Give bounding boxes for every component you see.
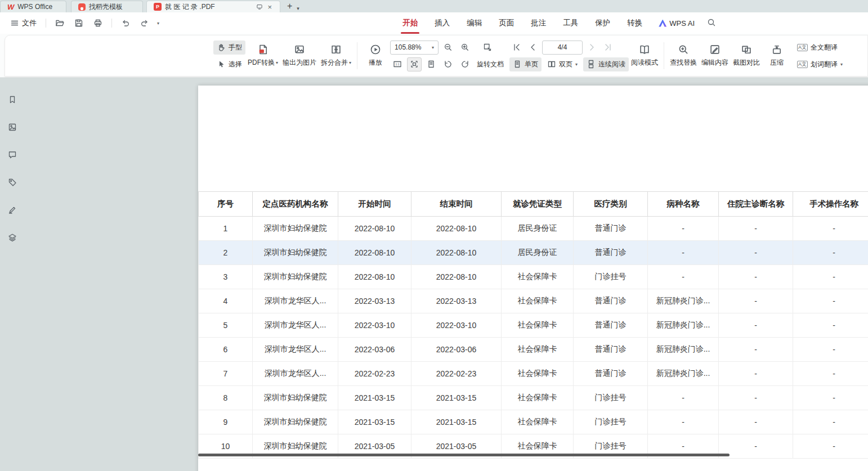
save-button[interactable] xyxy=(72,16,86,30)
table-row[interactable]: 3深圳市妇幼保健院2022-08-102022-08-10社会保障卡门诊挂号--… xyxy=(199,265,868,289)
hamburger-icon xyxy=(10,19,19,28)
table-row[interactable]: 8深圳市妇幼保健院2021-03-152021-03-15社会保障卡门诊挂号--… xyxy=(199,386,868,410)
annotate-panel-button[interactable] xyxy=(5,203,20,217)
bookmark-panel-button[interactable] xyxy=(5,92,20,107)
svg-text:1:1: 1:1 xyxy=(396,62,400,66)
column-header: 定点医药机构名称 xyxy=(253,192,338,217)
rotate-right-button[interactable] xyxy=(458,57,472,71)
table-cell: 2021-03-15 xyxy=(338,410,411,434)
column-header: 结束时间 xyxy=(411,192,502,217)
find-replace-button[interactable]: 查找替换 xyxy=(668,39,699,73)
wps-ai-button[interactable]: WPS AI xyxy=(651,19,703,28)
tab-list-caret-icon[interactable]: ▾ xyxy=(297,6,303,12)
table-row[interactable]: 2深圳市妇幼保健院2022-08-102022-08-10居民身份证普通门诊--… xyxy=(199,241,868,265)
horizontal-scrollbar[interactable] xyxy=(198,454,730,456)
prev-page-button[interactable] xyxy=(526,41,540,55)
last-page-button[interactable] xyxy=(601,41,615,55)
rotate-left-button[interactable] xyxy=(441,57,455,71)
table-row[interactable]: 7深圳市龙华区人...2022-02-232022-02-23社会保障卡普通门诊… xyxy=(199,362,868,386)
ribbon-tab-home[interactable]: 开始 xyxy=(394,12,426,34)
actual-size-button[interactable]: 1:1 xyxy=(390,57,405,71)
table-cell: - xyxy=(793,338,868,362)
pdf-page[interactable]: 序号定点医药机构名称开始时间结束时间就诊凭证类型医疗类别病种名称住院主诊断名称手… xyxy=(198,86,868,471)
ribbon-tab-protect[interactable]: 保护 xyxy=(587,12,619,34)
file-menu-button[interactable]: 文件 xyxy=(8,16,39,30)
compress-icon xyxy=(771,44,782,55)
ribbon-tab-edit[interactable]: 编辑 xyxy=(458,12,490,34)
tag-panel-button[interactable] xyxy=(5,175,20,190)
tab-document[interactable]: P 就 医 记 录 .PDF × xyxy=(146,1,280,12)
tab-wps-home[interactable]: W WPS Office xyxy=(0,1,66,12)
tab-docer[interactable]: 找稻壳模板 xyxy=(71,1,143,12)
single-page-label: 单页 xyxy=(525,60,538,69)
page-indicator-box[interactable]: 4/4 xyxy=(542,41,583,55)
column-header: 就诊凭证类型 xyxy=(502,192,574,217)
ribbon-tab-tools[interactable]: 工具 xyxy=(554,12,587,34)
history-caret-icon[interactable]: ▾ xyxy=(157,21,159,26)
table-row[interactable]: 5深圳市龙华区人...2022-03-102022-03-10社会保障卡普通门诊… xyxy=(199,313,868,338)
word-translate-button[interactable]: A文 划词翻译 ▾ xyxy=(794,57,846,71)
ribbon-tab-convert[interactable]: 转换 xyxy=(619,12,651,34)
comment-panel-button[interactable] xyxy=(5,147,20,162)
redo-button[interactable] xyxy=(138,16,151,30)
rotate-doc-button[interactable]: 旋转文档 xyxy=(475,60,506,69)
table-cell: 社会保障卡 xyxy=(502,410,574,434)
thumbnail-panel-button[interactable] xyxy=(5,120,20,134)
table-cell: 新冠肺炎门诊... xyxy=(648,362,719,386)
fit-width-button[interactable] xyxy=(407,57,422,71)
single-page-button[interactable]: 单页 xyxy=(509,57,542,71)
table-row[interactable]: 4深圳市龙华区人...2022-03-132022-03-13社会保障卡普通门诊… xyxy=(199,289,868,313)
full-translate-button[interactable]: A文 全文翻译 xyxy=(794,41,846,55)
new-tab-button[interactable]: + xyxy=(280,1,297,12)
fit-window-button[interactable] xyxy=(480,41,495,55)
compress-button[interactable]: 压缩 xyxy=(762,39,791,73)
table-cell: - xyxy=(793,434,868,459)
table-cell: - xyxy=(648,265,719,289)
select-tool-button[interactable]: 选择 xyxy=(213,57,245,71)
ribbon-tab-page[interactable]: 页面 xyxy=(490,12,522,34)
table-cell: - xyxy=(719,241,793,265)
zoom-out-button[interactable] xyxy=(441,41,455,55)
table-row[interactable]: 1深圳市妇幼保健院2022-08-102022-08-10居民身份证普通门诊--… xyxy=(199,217,868,241)
zoom-select[interactable]: 105.88% ▾ xyxy=(390,41,439,55)
table-cell: 深圳市龙华区人... xyxy=(253,313,338,338)
zoom-in-button[interactable] xyxy=(458,41,472,55)
table-cell: - xyxy=(793,265,868,289)
pdf-convert-button[interactable]: PDF转换▾ xyxy=(245,39,280,73)
continuous-read-button[interactable]: 连续阅读 xyxy=(583,57,629,71)
ribbon-tab-insert[interactable]: 插入 xyxy=(426,12,458,34)
split-merge-label: 拆分合并 xyxy=(321,58,348,68)
search-button[interactable] xyxy=(703,16,721,31)
print-button[interactable] xyxy=(91,16,105,30)
word-translate-icon: A文 xyxy=(797,61,808,68)
export-image-button[interactable]: 输出为图片 xyxy=(280,39,319,73)
open-file-button[interactable] xyxy=(53,16,66,30)
close-tab-icon[interactable]: × xyxy=(266,3,273,11)
edit-content-button[interactable]: 编辑内容 xyxy=(699,39,731,73)
book-icon xyxy=(639,44,650,55)
fit-page-button[interactable] xyxy=(424,57,439,71)
ribbon-tab-comment[interactable]: 批注 xyxy=(522,12,554,34)
table-cell: 居民身份证 xyxy=(502,217,574,241)
next-page-button[interactable] xyxy=(584,41,599,55)
table-row[interactable]: 9深圳市妇幼保健院2021-03-152021-03-15社会保障卡门诊挂号--… xyxy=(199,410,868,434)
read-mode-button[interactable]: 阅读模式 xyxy=(629,39,660,73)
table-row[interactable]: 6深圳市龙华区人...2022-03-062022-03-06社会保障卡普通门诊… xyxy=(199,338,868,362)
play-button[interactable]: 播放 xyxy=(361,39,390,73)
table-cell: 普通门诊 xyxy=(574,362,648,386)
undo-button[interactable] xyxy=(119,16,132,30)
separator xyxy=(46,19,46,28)
double-page-button[interactable]: 双页 ▾ xyxy=(544,57,581,71)
bookmark-icon xyxy=(8,95,17,104)
first-page-button[interactable] xyxy=(509,41,524,55)
layers-panel-button[interactable] xyxy=(5,230,20,245)
full-translate-icon: A文 xyxy=(797,44,808,51)
document-canvas[interactable]: 序号定点医药机构名称开始时间结束时间就诊凭证类型医疗类别病种名称住院主诊断名称手… xyxy=(25,78,868,471)
hand-tool-button[interactable]: 手型 xyxy=(213,41,245,55)
split-merge-button[interactable]: 拆分合并▾ xyxy=(319,39,354,73)
screenshot-compare-button[interactable]: 截图对比 xyxy=(731,39,762,73)
column-header: 手术操作名称 xyxy=(793,192,868,217)
table-cell: 2021-03-15 xyxy=(411,410,502,434)
table-cell: - xyxy=(719,217,793,241)
find-replace-label: 查找替换 xyxy=(670,58,697,68)
